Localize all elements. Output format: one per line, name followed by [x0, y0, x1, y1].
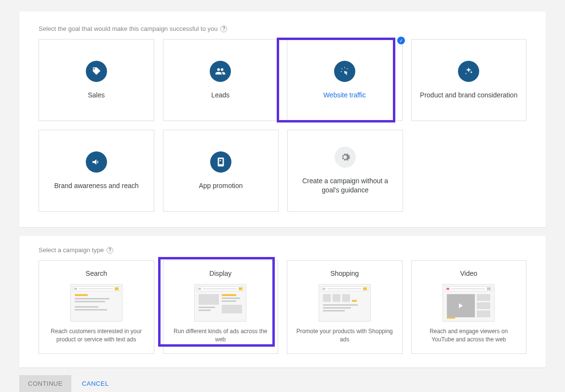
selected-check-icon: ✓	[397, 37, 405, 44]
goals-row-1: Sales Leads ✓ Website traffic Product an…	[39, 39, 526, 121]
type-title: Search	[86, 270, 107, 277]
type-search[interactable]: Search Reach customers interested in you…	[39, 260, 154, 354]
shopping-preview-icon	[319, 284, 371, 322]
spacer	[412, 130, 526, 212]
goal-sales[interactable]: Sales	[39, 39, 154, 121]
goal-brand-awareness[interactable]: Brand awareness and reach	[39, 130, 154, 212]
goal-app-promotion[interactable]: App promotion	[163, 130, 279, 212]
goal-website-traffic[interactable]: ✓ Website traffic	[287, 39, 403, 121]
goal-label: Product and brand consideration	[412, 91, 525, 100]
type-title: Display	[209, 270, 231, 277]
video-preview-icon	[443, 284, 495, 322]
type-row: Search Reach customers interested in you…	[39, 260, 526, 354]
goal-label: Brand awareness and reach	[46, 181, 146, 190]
goal-label: Website traffic	[316, 91, 374, 100]
type-desc: Reach and engage viewers on YouTube and …	[418, 327, 520, 344]
type-video[interactable]: Video Reach and engage viewers on YouTub…	[411, 260, 527, 354]
type-desc: Run different kinds of ads across the we…	[170, 327, 271, 344]
goal-no-guidance[interactable]: Create a campaign without a goal's guida…	[287, 130, 403, 212]
action-bar: CONTINUE CANCEL	[19, 375, 546, 392]
continue-button[interactable]: CONTINUE	[19, 375, 71, 392]
type-heading: Select a campaign type ?	[39, 246, 526, 254]
goals-heading: Select the goal that would make this cam…	[39, 25, 526, 32]
goal-label: Create a campaign without a goal's guida…	[288, 176, 403, 195]
search-preview-icon	[70, 284, 122, 322]
goal-label: Sales	[80, 91, 112, 100]
type-desc: Promote your products with Shopping ads	[294, 327, 395, 344]
phone-icon	[210, 151, 231, 173]
type-desc: Reach customers interested in your produ…	[46, 327, 147, 344]
tag-icon	[86, 61, 107, 82]
speaker-icon	[86, 151, 107, 173]
sparkle-icon	[458, 61, 479, 82]
goal-label: App promotion	[191, 181, 250, 190]
type-title: Shopping	[330, 270, 359, 277]
goals-panel: Select the goal that would make this cam…	[19, 12, 546, 227]
type-heading-text: Select a campaign type	[39, 246, 104, 254]
help-icon[interactable]: ?	[107, 247, 113, 254]
gear-icon	[335, 147, 356, 168]
cancel-button[interactable]: CANCEL	[79, 379, 112, 388]
type-display[interactable]: Display Run differ	[163, 260, 279, 354]
goal-leads[interactable]: Leads	[163, 39, 279, 121]
type-shopping[interactable]: Shopping Promote your products with Shop…	[287, 260, 403, 354]
campaign-type-panel: Select a campaign type ? Search Reach cu…	[19, 236, 546, 367]
goal-product-brand[interactable]: Product and brand consideration	[411, 39, 527, 121]
help-icon[interactable]: ?	[220, 26, 227, 32]
click-icon	[334, 61, 355, 82]
goal-label: Leads	[203, 91, 237, 100]
goals-heading-text: Select the goal that would make this cam…	[39, 25, 217, 32]
goals-row-2: Brand awareness and reach App promotion …	[39, 130, 526, 212]
type-title: Video	[460, 270, 477, 277]
display-preview-icon	[194, 284, 246, 322]
people-icon	[210, 61, 231, 82]
